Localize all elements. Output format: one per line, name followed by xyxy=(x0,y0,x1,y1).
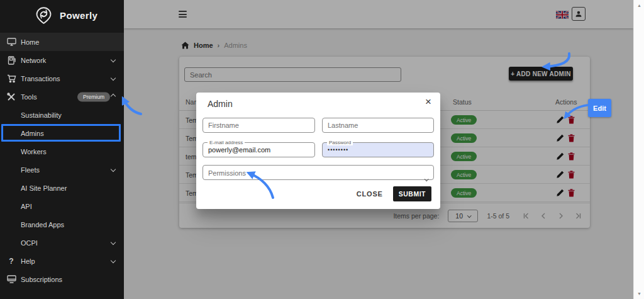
email-label: E-mail address xyxy=(208,140,245,145)
sidebar-item-home[interactable]: Home xyxy=(0,33,124,51)
monitor-icon xyxy=(6,37,16,47)
breadcrumb: Home › Admins xyxy=(181,40,247,50)
help-icon: ? xyxy=(6,256,16,266)
sidebar-item-api[interactable]: API xyxy=(0,197,124,215)
last-page-icon[interactable] xyxy=(575,212,582,220)
subscriptions-icon xyxy=(6,274,16,285)
sidebar-item-admins[interactable]: Admins xyxy=(0,124,124,142)
column-header-status: Status xyxy=(453,98,472,106)
sidebar-item-label: API xyxy=(21,203,32,210)
status-badge: Active xyxy=(451,133,477,143)
chevron-down-icon xyxy=(111,166,116,171)
status-badge: Active xyxy=(451,115,477,125)
breadcrumb-home-link[interactable]: Home xyxy=(194,42,213,49)
chevron-down-icon xyxy=(111,239,116,244)
edit-pencil-icon[interactable] xyxy=(555,115,565,125)
sidebar-item-transactions[interactable]: Transactions xyxy=(0,69,124,87)
home-icon xyxy=(181,42,189,49)
column-header-actions: Actions xyxy=(555,98,577,106)
edit-pencil-icon[interactable] xyxy=(555,152,565,161)
dialog-actions: CLOSE SUBMIT xyxy=(357,186,431,201)
sidebar: Powerly Home Network Transactions xyxy=(0,0,124,299)
previous-page-icon[interactable] xyxy=(540,212,547,220)
sidebar-item-fleets[interactable]: Fleets xyxy=(0,161,124,179)
chevron-down-icon xyxy=(467,213,471,217)
delete-trash-icon[interactable] xyxy=(567,170,576,179)
delete-trash-icon[interactable] xyxy=(567,115,576,125)
sidebar-item-workers[interactable]: Workers xyxy=(0,142,124,161)
breadcrumb-current: Admins xyxy=(224,42,247,49)
app-window: Powerly Home Network Transactions xyxy=(0,0,644,299)
breadcrumb-separator: › xyxy=(218,42,220,49)
sidebar-item-label: Sustainability xyxy=(21,111,62,119)
edit-pencil-icon[interactable] xyxy=(555,170,565,179)
chevron-up-icon xyxy=(111,93,116,98)
close-icon[interactable]: × xyxy=(425,96,431,107)
sidebar-item-label: Help xyxy=(21,257,35,265)
sidebar-item-label: Subscriptions xyxy=(21,276,62,283)
admin-name: tem xyxy=(186,153,197,161)
sidebar-item-network[interactable]: Network xyxy=(0,51,124,69)
delete-trash-icon[interactable] xyxy=(567,133,576,143)
menu-icon[interactable] xyxy=(179,11,187,18)
chevron-down-icon xyxy=(425,177,428,181)
sidebar-item-subscriptions[interactable]: Subscriptions xyxy=(0,270,124,288)
sidebar-item-label: Network xyxy=(21,57,46,64)
sidebar-item-ai-site-planner[interactable]: AI Site Planner xyxy=(0,179,124,197)
lastname-input[interactable] xyxy=(323,118,433,132)
sidebar-item-ocpi[interactable]: OCPI xyxy=(0,234,124,252)
chevron-down-icon xyxy=(111,75,116,80)
password-label: Password xyxy=(327,140,353,145)
items-per-page-label: Items per page: xyxy=(393,212,439,220)
chevron-down-icon xyxy=(111,257,116,262)
status-badge: Active xyxy=(451,170,477,179)
sidebar-item-label: Tools xyxy=(21,93,37,101)
sidebar-item-label: OCPI xyxy=(21,239,38,247)
firstname-field xyxy=(203,118,315,133)
password-field: Password xyxy=(322,142,434,157)
sidebar-item-label: AI Site Planner xyxy=(21,184,67,192)
first-page-icon[interactable] xyxy=(522,212,530,220)
edit-pencil-icon[interactable] xyxy=(555,188,565,198)
permissions-select[interactable]: Permissions xyxy=(203,165,434,180)
submit-button[interactable]: SUBMIT xyxy=(393,186,431,201)
sidebar-item-label: Transactions xyxy=(21,75,60,82)
sidebar-item-label: Workers xyxy=(21,148,47,155)
account-button[interactable] xyxy=(572,7,586,21)
add-new-admin-button[interactable]: + ADD NEW ADMIN xyxy=(509,67,573,81)
delete-trash-icon[interactable] xyxy=(567,188,576,198)
email-field: E-mail address xyxy=(203,142,315,157)
close-button[interactable]: CLOSE xyxy=(357,190,383,198)
topbar xyxy=(124,0,633,28)
tools-icon xyxy=(6,92,16,102)
search-input[interactable] xyxy=(184,67,401,82)
sidebar-item-label: Fleets xyxy=(21,166,40,174)
premium-badge: Premium xyxy=(77,92,110,101)
page-size-value: 10 xyxy=(455,212,463,220)
sidebar-item-label: Home xyxy=(21,38,39,46)
language-flag-icon[interactable] xyxy=(556,10,569,18)
sidebar-item-tools[interactable]: Tools Premium xyxy=(0,87,124,106)
delete-trash-icon[interactable] xyxy=(567,152,576,161)
sidebar-nav: Home Network Transactions Too xyxy=(0,33,124,288)
scrollbar[interactable]: ▲ ▼ xyxy=(633,0,644,299)
charging-station-icon xyxy=(6,55,16,65)
scroll-down-icon[interactable]: ▼ xyxy=(634,291,644,296)
sidebar-item-help[interactable]: ? Help xyxy=(0,252,124,270)
sidebar-item-branded-apps[interactable]: Branded Apps xyxy=(0,215,124,234)
powerly-logo-icon xyxy=(35,6,53,25)
dialog-title: Admin xyxy=(208,99,233,109)
sidebar-item-label: Branded Apps xyxy=(21,221,64,228)
sidebar-item-label: Admins xyxy=(21,130,44,137)
edit-pencil-icon[interactable] xyxy=(555,133,565,143)
brand-name: Powerly xyxy=(60,10,97,21)
brand-logo[interactable]: Powerly xyxy=(0,0,124,31)
firstname-input[interactable] xyxy=(203,118,314,132)
paginator-nav xyxy=(522,212,582,220)
admin-dialog: Admin × E-mail address Password Permissi… xyxy=(196,93,440,209)
sidebar-item-sustainability[interactable]: Sustainability xyxy=(0,106,124,124)
page-size-select[interactable]: 10 xyxy=(448,210,478,222)
scroll-up-icon[interactable]: ▲ xyxy=(634,3,644,8)
status-badge: Active xyxy=(451,152,477,161)
next-page-icon[interactable] xyxy=(557,212,565,220)
